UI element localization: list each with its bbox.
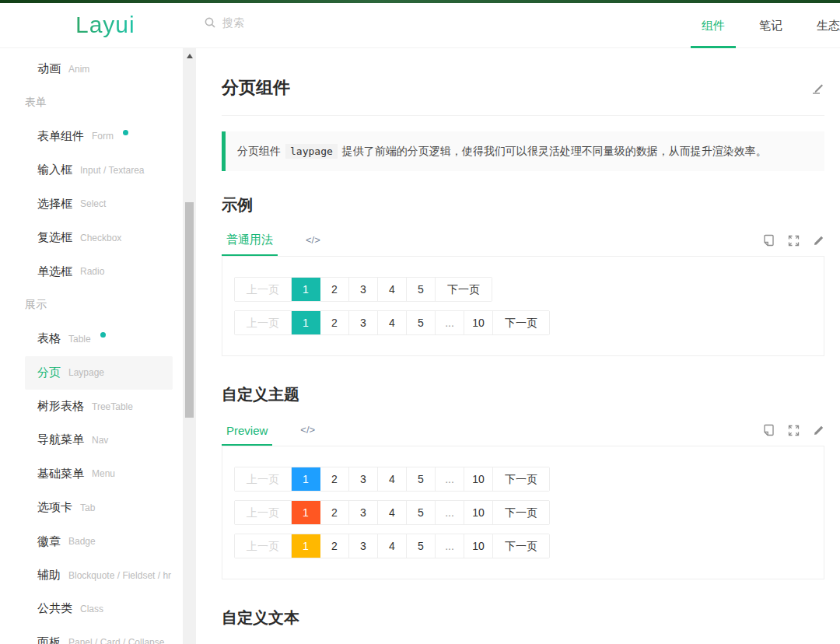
pager-page-button[interactable]: 3	[349, 467, 378, 491]
sidebar-item-input-textarea[interactable]: 输入框Input / Textarea	[25, 153, 173, 187]
sidebar-item-zh: 表格	[37, 331, 61, 346]
sidebar-item-en: Tab	[80, 502, 95, 513]
pager-page-button[interactable]: 2	[320, 534, 349, 558]
pagination-theme-blue: 上一页12345...10下一页	[234, 467, 550, 492]
pager-prev-button[interactable]: 上一页	[235, 311, 292, 334]
header: Layui 组件 笔记 生态	[0, 3, 840, 48]
pager-page-button[interactable]: 4	[378, 534, 407, 558]
pager-page-button[interactable]: 10	[464, 311, 493, 334]
theme-card: 上一页12345...10下一页 上一页12345...10下一页 上一页123…	[222, 446, 824, 579]
sidebar-item-zh: 辅助	[37, 568, 61, 583]
sidebar-item-select[interactable]: 选择框Select	[25, 187, 173, 221]
sidebar-item-table[interactable]: 表格Table	[25, 322, 173, 355]
sidebar-item-checkbox[interactable]: 复选框Checkbox	[25, 221, 173, 254]
sidebar-item-anim[interactable]: 动画Anim	[25, 52, 173, 86]
sidebar-item-en: Anim	[68, 64, 89, 75]
sidebar-item-zh: 基础菜单	[37, 467, 84, 481]
tab-theme-code[interactable]: </>	[296, 424, 320, 446]
pager-page-button[interactable]: 4	[378, 501, 407, 524]
expand-icon[interactable]	[788, 425, 800, 436]
sidebar-item-menu[interactable]: 基础菜单Menu	[25, 457, 173, 491]
pagination-basic: 上一页12345下一页	[234, 277, 492, 302]
pager-next-button[interactable]: 下一页	[493, 534, 549, 558]
section-heading-custom-text: 自定义文本	[222, 607, 824, 628]
edit-page-icon[interactable]	[811, 82, 824, 95]
sidebar-item-en: Panel / Card / Collapse	[68, 637, 164, 644]
pager-page-button[interactable]: 2	[320, 311, 349, 334]
pager-prev-button[interactable]: 上一页	[235, 278, 292, 301]
sidebar-item-en: Radio	[80, 266, 104, 277]
pager-page-active[interactable]: 1	[292, 501, 320, 524]
pager-next-button[interactable]: 下一页	[493, 467, 549, 491]
pager-page-active[interactable]: 1	[292, 311, 320, 334]
pager-page-button[interactable]: 3	[349, 534, 378, 558]
pager-page-button[interactable]: 4	[378, 467, 407, 491]
pager-row: 上一页12345...10下一页	[234, 534, 812, 558]
pager-prev-button[interactable]: 上一页	[235, 501, 292, 524]
sidebar-item-zh: 表单组件	[37, 129, 84, 144]
pager-next-button[interactable]: 下一页	[436, 278, 492, 301]
theme-card-actions	[763, 424, 824, 446]
scroll-up-arrow-icon[interactable]	[187, 54, 193, 58]
nav-item-components[interactable]: 组件	[702, 3, 725, 48]
sidebar-item-class[interactable]: 公共类Class	[25, 592, 173, 625]
page-title: 分页组件	[222, 76, 290, 100]
sidebar-item-treetable[interactable]: 树形表格TreeTable	[25, 390, 173, 423]
pager-page-active[interactable]: 1	[292, 467, 320, 491]
pager-page-button[interactable]: 3	[349, 501, 378, 524]
pager-page-button[interactable]: 2	[320, 501, 349, 524]
logo[interactable]: Layui	[75, 12, 135, 38]
sidebar-item-badge[interactable]: 徽章Badge	[25, 524, 173, 558]
sidebar-item-laypage[interactable]: 分页Laypage	[25, 356, 173, 390]
sidebar-item-zh: 徽章	[37, 534, 61, 549]
pager-page-button[interactable]: 5	[407, 278, 436, 301]
pager-page-button[interactable]: 4	[378, 311, 407, 334]
sidebar-item-zh: 面板	[37, 635, 61, 644]
nav-item-notes[interactable]: 笔记	[759, 3, 782, 48]
nav-item-ecosystem[interactable]: 生态	[817, 3, 840, 48]
sidebar-item-form[interactable]: 表单组件Form	[25, 120, 173, 153]
pager-page-button[interactable]: 5	[407, 534, 436, 558]
pager-prev-button[interactable]: 上一页	[235, 467, 292, 491]
pager-page-button[interactable]: 5	[407, 467, 436, 491]
copy-icon[interactable]	[763, 234, 775, 247]
new-dot-icon	[123, 130, 128, 135]
sidebar-item-en: Menu	[92, 468, 115, 479]
new-dot-icon	[100, 332, 106, 338]
search-input[interactable]	[222, 16, 355, 29]
sidebar-item-panel-card-collapse[interactable]: 面板Panel / Card / Collapse	[25, 626, 173, 644]
pager-page-active[interactable]: 1	[292, 278, 320, 301]
sidebar-item-nav[interactable]: 导航菜单Nav	[25, 423, 173, 457]
pager-page-button[interactable]: 10	[464, 534, 493, 558]
pager-next-button[interactable]: 下一页	[493, 311, 549, 334]
pager-page-button[interactable]: 3	[349, 311, 378, 334]
pager-prev-button[interactable]: 上一页	[235, 534, 292, 558]
pager-page-button[interactable]: 2	[320, 278, 349, 301]
pager-next-button[interactable]: 下一页	[493, 501, 549, 524]
scrollbar-thumb[interactable]	[185, 202, 194, 418]
pager-page-button[interactable]: 4	[378, 278, 407, 301]
search-box[interactable]	[204, 16, 355, 29]
expand-icon[interactable]	[788, 235, 800, 247]
sidebar-item-tab[interactable]: 选项卡Tab	[25, 491, 173, 524]
tab-example-code[interactable]: </>	[301, 234, 325, 256]
tab-example-preview[interactable]: 普通用法	[222, 233, 278, 256]
edit-icon[interactable]	[813, 425, 824, 436]
edit-icon[interactable]	[813, 235, 824, 247]
pager-page-button[interactable]: 10	[464, 501, 493, 524]
pager-page-button[interactable]: 10	[464, 467, 493, 491]
sidebar-item-zh: 单选框	[37, 264, 72, 279]
pager-page-active[interactable]: 1	[292, 534, 320, 558]
sidebar-scrollbar[interactable]	[183, 48, 196, 644]
pager-page-button[interactable]: 3	[349, 278, 378, 301]
sidebar: 动画Anim表单表单组件Form输入框Input / Textarea选择框Se…	[0, 48, 196, 644]
pager-page-button[interactable]: 2	[320, 467, 349, 491]
pager-page-button[interactable]: 5	[407, 501, 436, 524]
tab-theme-preview[interactable]: Preview	[222, 424, 272, 446]
sidebar-item-zh: 分页	[37, 366, 61, 380]
sidebar-item-radio[interactable]: 单选框Radio	[25, 254, 173, 288]
sidebar-item-blockquote-fieldset-hr[interactable]: 辅助Blockquote / Fieldset / hr	[25, 558, 173, 592]
copy-icon[interactable]	[763, 424, 775, 436]
pager-page-button[interactable]: 5	[407, 311, 436, 334]
pager-ellipsis: ...	[436, 534, 464, 558]
